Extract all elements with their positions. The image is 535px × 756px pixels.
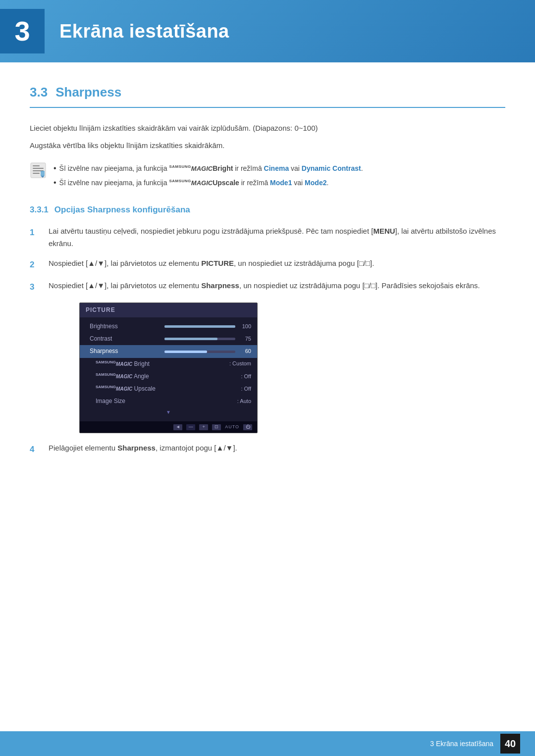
step-number-4: 4 [30,443,42,456]
subsection-number: 3.3.1 [30,203,49,216]
page-footer: 3 Ekrāna iestatīšana 40 [0,731,535,756]
section-heading: 3.3 Sharpness [30,82,505,108]
svg-rect-2 [33,168,44,169]
menu-title-bar: PICTURE [80,303,257,317]
step-4: 4 Pielāgojiet elementu Sharpness, izmant… [30,442,505,456]
section-number: 3.3 [30,82,48,103]
step-1: 1 Lai atvērtu taustiņu ceļvedi, nospiedi… [30,225,505,250]
chapter-title: Ekrāna iestatīšana [59,16,229,47]
step-text-1: Lai atvērtu taustiņu ceļvedi, nospiediet… [49,225,505,250]
page-header: 3 Ekrāna iestatīšana [0,0,535,62]
svg-rect-4 [33,173,40,174]
auto-label: AUTO [225,423,239,430]
note-line-1: Šī izvēlne nav pieejama, ja funkcija SAM… [54,162,363,175]
chapter-number-box: 3 [0,9,45,53]
menu-items: Brightness 100 Contrast [80,317,257,421]
bottom-icon-4: ⊡ [212,424,221,430]
menu-row-magic-bright: SAMSUNGMAGIC Bright : Custom [80,358,257,370]
note-box: Šī izvēlne nav pieejama, ja funkcija SAM… [30,162,505,189]
bottom-icon-power: ⏻ [243,424,252,430]
svg-rect-1 [33,165,40,166]
bottom-icon-1: ◄ [173,424,182,430]
subsection-title: Opcijas Sharpness konfigurēšana [54,203,190,216]
step-2: 2 Nospiediet [▲/▼], lai pārvietotos uz e… [30,257,505,271]
section-title: Sharpness [55,82,121,103]
main-content: 3.3 Sharpness Lieciet objektu līnijām iz… [0,62,535,504]
step-text-3: Nospiediet [▲/▼], lai pārvietotos uz ele… [49,280,505,292]
menu-row-sharpness: Sharpness 60 [80,345,257,357]
menu-row-image-size: Image Size : Auto [80,395,257,407]
chapter-number: 3 [14,9,30,53]
note-icon [30,162,47,179]
menu-row-brightness: Brightness 100 [80,320,257,333]
step-text-4: Pielāgojiet elementu Sharpness, izmantoj… [49,442,505,454]
intro-line-1: Lieciet objektu līnijām izskatīties skai… [30,122,505,135]
step-3: 3 Nospiediet [▲/▼], lai pārvietotos uz e… [30,280,505,294]
steps-list: 1 Lai atvērtu taustiņu ceļvedi, nospiedi… [30,225,505,456]
step-text-2: Nospiediet [▲/▼], lai pārvietotos uz ele… [49,257,505,270]
note-lines: Šī izvēlne nav pieejama, ja funkcija SAM… [54,162,363,189]
bottom-icon-2: — [186,424,195,430]
step-number-1: 1 [30,226,42,239]
menu-scroll-hint: ▼ [80,407,257,418]
intro-line-2: Augstāka vērtība liks objektu līnijām iz… [30,139,505,152]
svg-rect-5 [41,171,45,176]
footer-page-number: 40 [500,734,520,754]
menu-row-magic-angle: SAMSUNGMAGIC Angle : Off [80,370,257,383]
menu-row-magic-upscale: SAMSUNGMAGIC Upscale : Off [80,383,257,395]
menu-screenshot: PICTURE Brightness 100 Contrast [79,302,258,433]
step-number-3: 3 [30,280,42,294]
step-number-2: 2 [30,258,42,271]
subsection-heading: 3.3.1 Opcijas Sharpness konfigurēšana [30,203,505,216]
bottom-icon-3: + [199,424,208,430]
footer-text: 3 Ekrāna iestatīšana [430,738,493,749]
menu-bottom-bar: ◄ — + ⊡ AUTO ⏻ [80,421,257,432]
note-line-2: Šī izvēlne nav pieejama, ja funkcija SAM… [54,176,363,189]
menu-row-contrast: Contrast 75 [80,333,257,345]
